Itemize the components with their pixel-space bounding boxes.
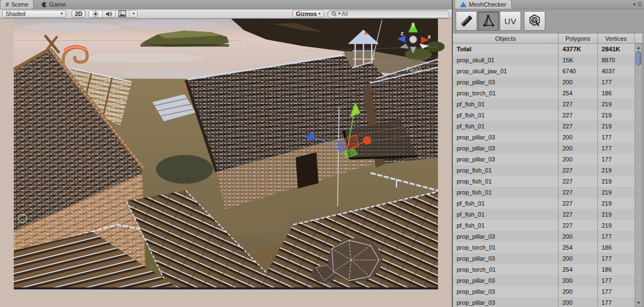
table-row[interactable]: prop_pillar_03 200 177 bbox=[453, 154, 635, 165]
scroll-down-icon[interactable]: ▼ bbox=[635, 300, 642, 306]
cell-vertices: 177 bbox=[598, 231, 635, 242]
column-header-objects[interactable]: Objects bbox=[453, 34, 559, 43]
cell-object-name: prop_pillar_03 bbox=[453, 143, 559, 154]
table-row[interactable]: prop_fish_01 227 219 bbox=[453, 176, 635, 187]
mesh-stats-button[interactable] bbox=[478, 11, 499, 31]
mesh-triangle-icon bbox=[481, 13, 496, 29]
ruler-icon bbox=[459, 13, 474, 29]
panel-menu-icon[interactable]: ☰ bbox=[637, 2, 642, 7]
tab-scene[interactable]: # Scene bbox=[0, 0, 34, 9]
table-row[interactable]: prop_pillar_03 200 177 bbox=[453, 275, 635, 286]
table-row[interactable]: prop_pillar_03 200 177 bbox=[453, 77, 635, 88]
cell-object-name: pf_fish_01 bbox=[453, 99, 559, 110]
cell-polygons: 200 bbox=[559, 297, 598, 307]
table-row[interactable]: prop_pillar_03 200 177 bbox=[453, 297, 635, 307]
table-row[interactable]: pf_fish_01 227 219 bbox=[453, 99, 635, 110]
table-row[interactable]: prop_torch_01 254 186 bbox=[453, 242, 635, 253]
table-row[interactable]: prop_torch_01 254 186 bbox=[453, 88, 635, 99]
table-row[interactable]: prop_pillar_03 200 177 bbox=[453, 132, 635, 143]
game-icon bbox=[42, 2, 47, 7]
cell-vertices: 186 bbox=[598, 88, 635, 99]
cell-polygons: 227 bbox=[559, 165, 598, 176]
table-row[interactable]: prop_skull_01 15K 8870 bbox=[453, 55, 635, 66]
table-row[interactable]: prop_torch_01 254 186 bbox=[453, 264, 635, 275]
scene-effects-dropdown[interactable]: ▾ bbox=[129, 10, 137, 17]
table-row[interactable]: prop_pillar_03 200 177 bbox=[453, 231, 635, 242]
cell-object-name: prop_skull_01 bbox=[453, 55, 559, 66]
table-row[interactable]: pf_fish_01 227 219 bbox=[453, 198, 635, 209]
gizmos-dropdown[interactable]: Gizmos ▾ bbox=[293, 10, 324, 18]
scene-lighting-button[interactable] bbox=[89, 10, 102, 17]
measure-ruler-button[interactable] bbox=[456, 11, 477, 31]
cell-vertices: 177 bbox=[598, 154, 635, 165]
cell-vertices: 177 bbox=[598, 143, 635, 154]
uv-button[interactable]: UV bbox=[500, 11, 521, 31]
table-row[interactable]: pf_fish_01 227 219 bbox=[453, 209, 635, 220]
scene-toolbar: Shaded ▾ 2D bbox=[0, 9, 452, 19]
sun-icon bbox=[92, 10, 99, 18]
table-row[interactable]: prop_pillar_03 200 177 bbox=[453, 143, 635, 154]
cell-polygons: 254 bbox=[559, 88, 598, 99]
cell-vertices: 219 bbox=[598, 99, 635, 110]
scene-tabbar: # Scene Game bbox=[0, 0, 452, 9]
cell-object-name: prop_fish_01 bbox=[453, 176, 559, 187]
column-header-polygons[interactable]: Polygons bbox=[559, 34, 598, 43]
tab-game[interactable]: Game bbox=[37, 0, 71, 9]
cell-polygons: 227 bbox=[559, 220, 598, 231]
panel-dropdown-icon[interactable]: ▾ bbox=[633, 2, 636, 7]
mesh-search-icon bbox=[527, 13, 543, 29]
cell-polygons: 200 bbox=[559, 77, 598, 88]
table-row[interactable]: pf_fish_01 227 219 bbox=[453, 110, 635, 121]
chevron-down-icon: ▾ bbox=[132, 12, 134, 16]
cell-vertices: 219 bbox=[598, 165, 635, 176]
table-row[interactable]: prop_fish_01 227 219 bbox=[453, 187, 635, 198]
toggle-2d-button[interactable]: 2D bbox=[72, 10, 85, 18]
cell-object-name: prop_pillar_03 bbox=[453, 275, 559, 286]
table-header: Objects Polygons Vertices bbox=[453, 33, 644, 44]
cell-vertices: 177 bbox=[598, 77, 635, 88]
cell-polygons: 227 bbox=[559, 187, 598, 198]
table-row[interactable]: pf_fish_01 227 219 bbox=[453, 121, 635, 132]
cell-object-name: prop_fish_01 bbox=[453, 165, 559, 176]
scene-grid-icon: # bbox=[6, 1, 9, 8]
table-row[interactable]: prop_skull_jaw_01 6740 4037 bbox=[453, 66, 635, 77]
viewport-bottom-edge bbox=[14, 287, 438, 289]
cell-vertices: 177 bbox=[598, 286, 635, 297]
cell-vertices: 219 bbox=[598, 220, 635, 231]
tab-game-label: Game bbox=[49, 1, 66, 8]
cell-polygons: 200 bbox=[559, 253, 598, 264]
cell-object-name: pf_fish_01 bbox=[453, 121, 559, 132]
table-row[interactable]: Total 4377K 2841K bbox=[453, 44, 635, 55]
cell-vertices: 8870 bbox=[598, 55, 635, 66]
cell-object-name: prop_pillar_03 bbox=[453, 77, 559, 88]
cell-vertices: 219 bbox=[598, 209, 635, 220]
shading-mode-dropdown[interactable]: Shaded ▾ bbox=[2, 10, 66, 18]
table-row[interactable]: prop_pillar_03 200 177 bbox=[453, 253, 635, 264]
tab-meshchecker[interactable]: MeshChecker bbox=[454, 0, 512, 9]
cell-object-name: pf_fish_01 bbox=[453, 220, 559, 231]
table-row[interactable]: pf_fish_01 227 219 bbox=[453, 220, 635, 231]
cell-object-name: prop_pillar_03 bbox=[453, 231, 559, 242]
cell-object-name: prop_pillar_03 bbox=[453, 286, 559, 297]
scene-pane: # Scene Game Shaded ▾ 2D bbox=[0, 0, 452, 307]
cell-polygons: 200 bbox=[559, 132, 598, 143]
scene-effects-button[interactable] bbox=[116, 10, 129, 17]
cell-polygons: 227 bbox=[559, 176, 598, 187]
scene-search-input[interactable] bbox=[342, 10, 446, 17]
scroll-up-icon[interactable]: ▲ bbox=[635, 45, 642, 51]
table-row[interactable]: prop_pillar_03 200 177 bbox=[453, 286, 635, 297]
mesh-inspect-button[interactable] bbox=[524, 11, 545, 31]
scene-audio-button[interactable] bbox=[102, 10, 116, 17]
cell-polygons: 200 bbox=[559, 231, 598, 242]
scrollbar-thumb[interactable] bbox=[636, 51, 641, 66]
uv-label: UV bbox=[505, 17, 517, 26]
table-row[interactable]: prop_fish_01 227 219 bbox=[453, 165, 635, 176]
axis-x-label: x bbox=[427, 34, 431, 40]
scene-search-field[interactable]: ▾ bbox=[327, 10, 450, 18]
cell-polygons: 227 bbox=[559, 121, 598, 132]
projection-label[interactable]: Persp bbox=[406, 66, 422, 73]
table-scrollbar[interactable]: ▲ ▼ bbox=[635, 44, 642, 307]
scene-viewport[interactable]: y z x Persp bbox=[0, 19, 452, 307]
cell-polygons: 200 bbox=[559, 143, 598, 154]
column-header-vertices[interactable]: Vertices bbox=[598, 34, 635, 43]
